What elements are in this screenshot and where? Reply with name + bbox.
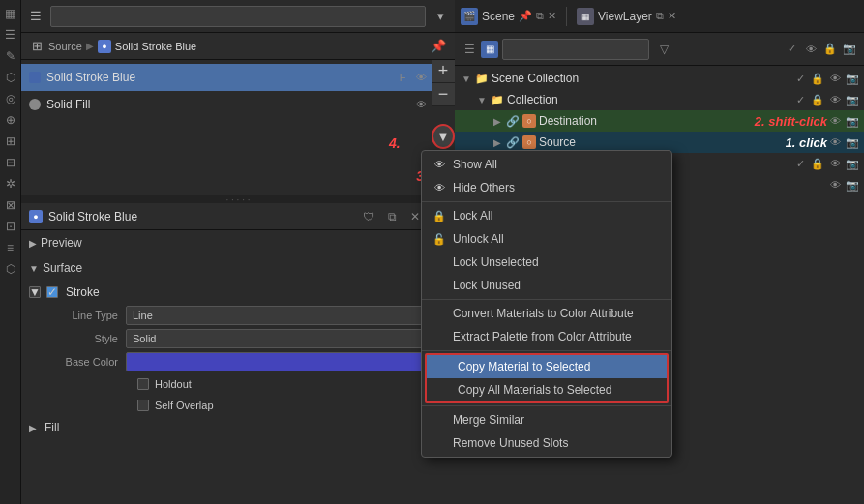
step4-label: 4. [389,135,401,151]
scene-pin-icon[interactable]: 📌 [519,10,532,22]
scene-col-lock-icon[interactable]: 🔒 [810,71,825,86]
outliner-action-2-icon[interactable]: 👁 [802,41,819,58]
fill-section-header[interactable]: ▶ Fill [21,416,455,439]
sidebar-icon-11[interactable]: ⊡ [1,217,20,236]
props-shield-icon[interactable]: 🛡 [360,208,377,225]
ctx-lock-unused[interactable]: Lock Unused [422,274,671,297]
material-item-1[interactable]: Solid Fill 👁 ⋯ [21,91,455,118]
surface-section-header[interactable]: ▼ Surface ⋮ [21,255,455,281]
context-menu: 👁 Show All 👁 Hide Others 🔒 Lock All 🔓 Un… [421,150,672,458]
sidebar-icon-9[interactable]: ✲ [1,174,20,193]
cam-eye-icon[interactable]: 👁 [827,156,843,171]
dest-cam-icon[interactable]: 📷 [845,113,860,129]
scene-copy-icon[interactable]: ⧉ [536,10,544,22]
remove-material-button[interactable]: − [432,83,455,106]
scene-close-icon[interactable]: ✕ [548,10,556,22]
ctx-copy-material[interactable]: Copy Material to Selected [427,355,667,378]
viewlayer-copy-icon[interactable]: ⧉ [656,10,664,22]
sidebar-icon-2[interactable]: ☰ [1,25,20,44]
sidebar-icon-1[interactable]: ▦ [1,4,20,23]
preview-section-label: Preview [41,236,82,250]
sidebar-icon-5[interactable]: ◎ [1,89,20,108]
material-eye-1[interactable]: 👁 [413,97,429,112]
cam-check-icon[interactable]: ✓ [792,156,808,171]
cam-cam-icon[interactable]: 📷 [845,156,860,171]
ctx-copy-all-materials[interactable]: Copy All Materials to Selected [427,378,667,401]
ctx-unlock-all[interactable]: 🔓 Unlock All [422,227,671,251]
material-eye-0[interactable]: 👁 [413,70,429,85]
line-type-dropdown[interactable]: Line ▾ [126,306,447,325]
ctx-merge-label: Merge Similar [453,413,524,427]
col-lock-icon[interactable]: 🔒 [810,92,825,107]
destination-label: Destination [539,114,747,128]
header-viewlayer-section: ▦ ViewLayer ⧉ ✕ [577,8,676,25]
sidebar-icon-6[interactable]: ⊕ [1,110,20,130]
holdout-checkbox[interactable] [137,378,149,390]
outliner-scene-collection[interactable]: ▼ 📁 Scene Collection ✓ 🔒 👁 📷 [455,68,864,89]
self-overlap-checkbox[interactable] [137,400,149,411]
col-check-icon[interactable]: ✓ [792,92,808,107]
outliner-type-icon[interactable]: ▦ [481,41,498,58]
extra-eye-icon[interactable]: 👁 [827,177,843,193]
scene-col-check-icon[interactable]: ✓ [792,71,808,86]
ctx-remove-unused[interactable]: Remove Unused Slots [422,431,671,455]
outliner-action-4-icon[interactable]: 📷 [841,41,858,58]
material-item-0[interactable]: Solid Stroke Blue F 👁 ⋯ [21,64,455,91]
scene-col-eye-icon[interactable]: 👁 [827,71,843,86]
ctx-sep-2 [422,299,671,300]
outliner-destination[interactable]: ▶ 🔗 ○ Destination 2. shift-click 👁 📷 [455,110,864,132]
base-color-picker[interactable] [126,352,447,371]
src-obj-icon: ○ [522,135,536,149]
stroke-checkbox[interactable]: ✓ [46,286,58,298]
preview-section-header[interactable]: ▶ Preview [21,230,455,255]
cam-lock-icon[interactable]: 🔒 [810,156,825,171]
sidebar-icon-8[interactable]: ⊟ [1,153,20,172]
ctx-merge-similar[interactable]: Merge Similar [422,408,671,431]
toolbar-settings-icon[interactable]: ▾ [432,8,449,25]
material-search-input[interactable] [50,6,426,27]
dest-eye-icon[interactable]: 👁 [827,113,843,129]
ctx-lock-all[interactable]: 🔒 Lock All [422,204,671,227]
scene-col-cam-icon[interactable]: 📷 [845,71,860,86]
outliner-header-icons: ☰ ▦ [461,41,498,58]
ctx-lock-unselected[interactable]: Lock Unselected [422,251,671,274]
extra-cam-icon[interactable]: 📷 [845,177,860,193]
outliner-action-3-icon[interactable]: 🔒 [821,41,839,58]
col-cam-icon[interactable]: 📷 [845,92,860,107]
sidebar-icon-13[interactable]: ⬡ [1,259,20,279]
add-material-button[interactable]: + [432,60,455,83]
sidebar-icon-10[interactable]: ⊠ [1,195,20,215]
ctx-hide-others[interactable]: 👁 Hide Others [422,176,671,199]
outliner-mode-icon[interactable]: ☰ [461,41,478,58]
outliner-collection[interactable]: ▼ 📁 Collection ✓ 🔒 👁 📷 [455,89,864,110]
toolbar-menu-icon[interactable]: ☰ [27,8,45,25]
outliner-action-1-icon[interactable]: ✓ [783,41,800,58]
ctx-show-all[interactable]: 👁 Show All [422,153,671,176]
breadcrumb-home-icon[interactable]: ⊞ [29,38,45,55]
material-color-dot-1 [29,99,41,110]
ctx-convert-materials[interactable]: Convert Materials to Color Attribute [422,302,671,325]
ctx-merge-icon [432,412,447,428]
sidebar-icon-7[interactable]: ⊞ [1,132,20,151]
left-top-toolbar: ☰ ▾ [21,0,455,33]
style-dropdown[interactable]: Solid ▾ [126,329,447,348]
self-overlap-label: Self Overlap [155,400,214,411]
viewlayer-close-icon[interactable]: ✕ [668,10,676,22]
scene-col-icon: 📁 [474,71,490,86]
stroke-expand-icon[interactable]: ▼ [29,286,41,298]
col-eye-icon[interactable]: 👁 [827,92,843,107]
outliner-filter-icon[interactable]: ▽ [653,39,674,60]
props-copy-icon[interactable]: ⧉ [383,208,401,225]
ctx-extract-palette[interactable]: Extract Palette from Color Attribute [422,325,671,348]
breadcrumb-source[interactable]: Source [48,41,82,52]
sidebar-icon-12[interactable]: ≡ [1,238,20,257]
material-fake-user-0[interactable]: F [395,70,410,85]
ctx-lock-all-label: Lock All [453,209,492,222]
sidebar-icon-3[interactable]: ✎ [1,46,20,66]
outliner-search-input[interactable] [502,39,649,60]
sidebar-icon-4[interactable]: ⬡ [1,68,20,87]
material-dropdown-button[interactable]: ▼ [432,124,455,149]
breadcrumb-pin-icon[interactable]: 📌 [430,38,447,55]
src-cam-icon[interactable]: 📷 [845,134,860,150]
src-eye-icon[interactable]: 👁 [827,134,843,150]
